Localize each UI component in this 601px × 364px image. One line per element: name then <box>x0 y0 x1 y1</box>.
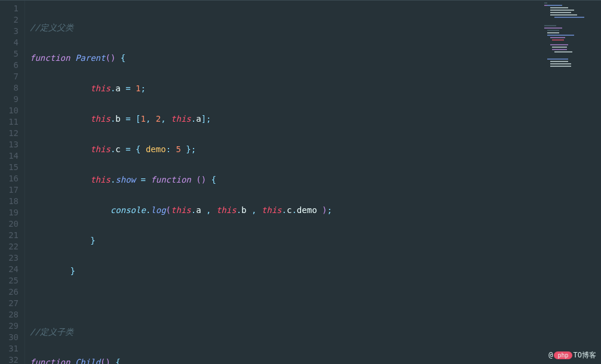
line-number: 21 <box>0 230 19 241</box>
line-number: 11 <box>0 116 19 128</box>
line-number-gutter: 1234567891011121314151617181920212223242… <box>0 1 25 364</box>
code-line <box>30 296 601 307</box>
code-line: //定义子类 <box>30 326 601 338</box>
line-number: 7 <box>0 71 19 82</box>
line-number: 1 <box>0 3 19 14</box>
code-line: this.c = { demo: 5 }; <box>30 144 601 155</box>
line-number: 2 <box>0 14 19 26</box>
line-number: 30 <box>0 332 19 343</box>
line-number: 14 <box>0 150 19 162</box>
line-number: 32 <box>0 354 19 364</box>
line-number: 10 <box>0 105 19 116</box>
line-number: 5 <box>0 48 19 60</box>
line-number: 26 <box>0 286 19 298</box>
line-number: 3 <box>0 26 19 37</box>
minimap[interactable] <box>541 1 601 73</box>
line-number: 20 <box>0 218 19 230</box>
code-line: console.log(this.a , this.b , this.c.dem… <box>30 205 601 216</box>
line-number: 24 <box>0 264 19 275</box>
code-line: function Child() { <box>30 357 601 364</box>
line-number: 8 <box>0 82 19 94</box>
code-editor[interactable]: 1234567891011121314151617181920212223242… <box>0 0 601 364</box>
line-number: 31 <box>0 343 19 354</box>
code-line: function Parent() { <box>30 53 601 64</box>
line-number: 6 <box>0 60 19 71</box>
line-number: 29 <box>0 320 19 332</box>
line-number: 13 <box>0 139 19 150</box>
watermark: @phpTO博客 <box>548 350 596 360</box>
line-number: 18 <box>0 196 19 207</box>
code-line: this.show = function () { <box>30 174 601 186</box>
line-number: 19 <box>0 207 19 218</box>
line-number: 16 <box>0 173 19 184</box>
line-number: 28 <box>0 309 19 320</box>
code-line: this.b = [1, 2, this.a]; <box>30 113 601 125</box>
code-line: } <box>30 235 601 246</box>
code-line: //定义父类 <box>30 22 601 33</box>
line-number: 12 <box>0 128 19 139</box>
line-number: 9 <box>0 94 19 105</box>
line-number: 27 <box>0 298 19 309</box>
line-number: 25 <box>0 275 19 286</box>
php-badge-icon: php <box>554 351 572 359</box>
code-area[interactable]: //定义父类 function Parent() { this.a = 1; t… <box>25 1 601 364</box>
code-line: } <box>30 266 601 277</box>
line-number: 22 <box>0 241 19 252</box>
line-number: 23 <box>0 252 19 264</box>
code-line: this.a = 1; <box>30 83 601 94</box>
line-number: 4 <box>0 37 19 48</box>
line-number: 15 <box>0 162 19 173</box>
line-number: 17 <box>0 184 19 196</box>
